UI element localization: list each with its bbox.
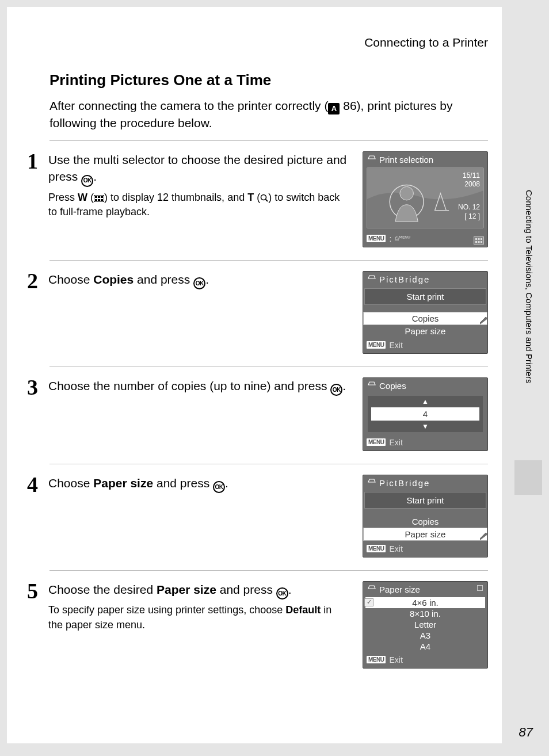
t-before: Choose the desired [48,583,157,596]
lcd: Print selection [363,151,488,247]
paper-size-option[interactable]: Letter [365,619,485,630]
lcd-screen-4: PictBridge Start print Copies Paper size… [363,475,488,558]
svg-rect-0 [94,195,104,202]
thumbnail-icon [94,195,104,202]
step-1: 1 Use the multi selector to choose the d… [49,140,488,260]
lcd: PictBridge Start print Copies Paper size… [363,475,488,558]
lcd-screen-3: Copies ▲ 4 ▼ MENU Exit [363,377,488,451]
svg-rect-15 [475,241,477,243]
menu-item-paper-size[interactable]: Paper size [363,528,487,541]
svg-rect-4 [95,199,97,201]
menu-item-start-print[interactable]: Start print [364,288,486,305]
svg-line-8 [266,199,268,201]
menu-chip: MENU [367,235,386,242]
menu-chip: MENU [367,545,386,552]
t-bold: Paper size [93,476,153,490]
step-body: Choose Paper size and press OK. [48,475,352,558]
lcd-header: PictBridge [363,272,487,286]
ok-icon: OK [276,587,288,600]
menu-item-start-print[interactable]: Start print [364,492,486,509]
paper-size-option[interactable]: ✓ 4×6 in. [365,597,485,608]
t-before: Choose [48,273,93,286]
printer-icon [368,381,376,390]
menu-item-copies[interactable]: Copies [364,516,486,528]
lcd-index: [ 12 ] [458,212,480,222]
lcd-footer: MENU Exit [363,542,487,557]
t-bold: Copies [93,273,134,286]
copies-stepper[interactable]: ▲ 4 ▼ [368,396,483,432]
lcd-title: Copies [379,381,406,391]
lcd-body: 15/11 2008 NO. 12 [ 12 ] [363,167,487,232]
lcd-image-preview: 15/11 2008 NO. 12 [ 12 ] [367,167,484,228]
menu-chip: MENU [367,341,386,349]
lcd-date: 15/11 [458,171,480,181]
t-bold: Paper size [157,583,216,596]
lcd-title: PictBridge [379,274,430,284]
lcd-footer: MENU Exit [363,653,487,668]
sub-mid2: ) to display 12 thumbnails, and [104,192,247,203]
svg-rect-3 [101,196,103,198]
lcd-screen-5: Paper size ✓ 4×6 in. 8×10 in. Letter A3 … [363,581,488,669]
intro-text-before: After connecting the camera to the print… [49,99,328,112]
t-after: and press [134,273,193,286]
intro-ref-number: 86 [343,99,356,112]
lcd-header: Paper size [363,582,487,596]
svg-rect-5 [98,199,100,201]
lcd-header: PictBridge [363,475,487,490]
lcd-footer-exit: Exit [389,655,402,665]
lcd-menu: Start print Copies Paper size [363,286,487,338]
side-tab-label: Connecting to Televisions, Computers and… [521,190,534,384]
paper-size-option[interactable]: 8×10 in. [365,608,485,619]
step-title: Choose Paper size and press OK. [48,475,348,494]
magnifier-icon [260,194,268,202]
step-title: Choose the desired Paper size and press … [48,581,348,600]
step-title: Use the multi selector to choose the des… [48,151,348,187]
lcd-footer: MENU Exit [363,338,487,353]
ok-icon: OK [193,277,205,289]
paper-size-option[interactable]: A3 [365,630,485,641]
menu-chip: MENU [367,438,386,446]
print-menu-icon: ⎙ᴹᴱᴺᵁ [395,235,410,242]
t-button-label: T [247,192,254,203]
step-body: Choose Copies and press OK. [48,271,352,354]
svg-rect-2 [98,196,100,198]
paper-size-option[interactable]: A4 [365,641,485,652]
lcd-screen-2: PictBridge Start print Copies Paper size… [363,271,488,354]
menu-item-paper-size[interactable]: Paper size [364,325,486,337]
lcd-footer-exit: Exit [389,438,402,447]
printer-icon [368,275,376,283]
step-number: 5 [22,581,38,669]
page-number: 87 [519,725,533,740]
step-number: 1 [22,151,38,247]
lcd-title: PictBridge [379,478,430,488]
t-after: and press [216,583,276,596]
check-icon: ✓ [364,598,373,606]
t-after: and press [153,476,213,490]
menu-item-copies[interactable]: Copies [363,312,487,325]
paper-size-list: ✓ 4×6 in. 8×10 in. Letter A3 A4 [363,596,487,653]
copies-value: 4 [368,407,483,421]
svg-rect-1 [95,196,97,198]
lcd-header: Print selection [363,152,487,166]
lcd-menu: Start print Copies Paper size [363,490,487,542]
step-2: 2 Choose Copies and press OK. PictBridge… [49,260,488,366]
arrow-down-icon[interactable]: ▼ [368,421,483,432]
step-body: Choose the number of copies (up to nine)… [48,377,352,451]
ok-icon: OK [81,175,93,187]
svg-point-11 [400,186,414,200]
step-subtext: To specify paper size using printer sett… [48,603,348,632]
lcd-footer-exit: Exit [389,544,402,553]
arrow-up-icon[interactable]: ▲ [368,396,483,407]
sub-bold: Default [285,604,321,616]
lcd-screen-1: Print selection [363,151,488,247]
step-3: 3 Choose the number of copies (up to nin… [49,366,488,464]
page-title: Printing Pictures One at a Time [7,71,502,89]
step-title: Choose Copies and press OK. [48,271,348,290]
sub-mid3: ( [254,192,260,203]
svg-rect-17 [481,241,482,243]
sub-mid1: ( [87,192,94,203]
step-title: Choose the number of copies (up to nine)… [48,377,348,396]
lcd-year: 2008 [458,180,480,189]
step-4: 4 Choose Paper size and press OK. PictBr… [49,464,488,570]
svg-rect-12 [475,238,477,240]
